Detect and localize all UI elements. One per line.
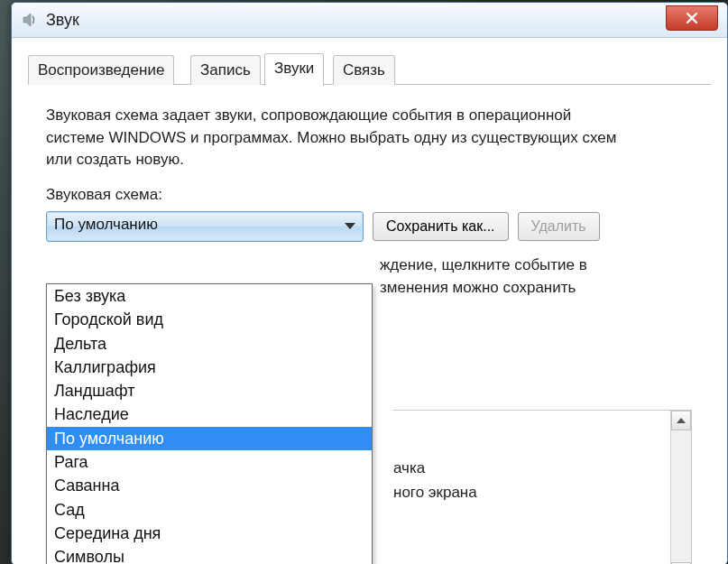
dropdown-item[interactable]: Без звука (47, 284, 372, 308)
close-button[interactable] (666, 5, 718, 31)
window-title: Звук (46, 11, 79, 30)
tab-playback[interactable]: Воспроизведение (28, 55, 174, 85)
description-text: Звуковая схема задает звуки, сопровождаю… (46, 105, 623, 171)
dropdown-item[interactable]: Рага (47, 450, 372, 474)
chevron-down-icon (345, 223, 355, 229)
list-item[interactable]: ачка (393, 456, 477, 480)
tab-sounds[interactable]: Звуки (264, 53, 324, 86)
dropdown-item[interactable]: Сад (47, 498, 372, 522)
events-listbox[interactable]: ачка ного экрана (393, 410, 692, 564)
events-listbox-items: ачка ного экрана (393, 456, 477, 504)
dropdown-item[interactable]: По умолчанию (47, 427, 372, 450)
scheme-label: Звуковая схема: (46, 186, 693, 204)
scrollbar[interactable] (670, 411, 691, 564)
dropdown-item[interactable]: Дельта (47, 332, 372, 356)
scheme-combobox[interactable]: По умолчанию (46, 211, 364, 242)
dropdown-item[interactable]: Ландшафт (47, 379, 372, 402)
scheme-combobox-value: По умолчанию (54, 216, 158, 234)
close-icon (686, 12, 698, 24)
delete-button: Удалить (518, 212, 600, 241)
client-area: Воспроизведение Запись Звуки Связь Звуко… (28, 51, 711, 564)
list-item[interactable]: ного экрана (393, 480, 477, 504)
speaker-icon (21, 11, 39, 29)
scroll-up-button[interactable] (671, 411, 691, 430)
sound-window: Звук Воспроизведение Запись Звуки Связь … (11, 2, 728, 564)
dropdown-item[interactable]: Саванна (47, 474, 372, 497)
titlebar: Звук (12, 3, 727, 38)
dropdown-item[interactable]: Каллиграфия (47, 356, 372, 379)
tab-communications[interactable]: Связь (333, 55, 395, 85)
dropdown-item[interactable]: Наследие (47, 402, 372, 426)
hint-fragment-1: ждение, щелкните событие в (46, 254, 696, 277)
dropdown-item[interactable]: Символы (47, 545, 372, 564)
scheme-row: По умолчанию Сохранить как... Удалить (46, 211, 693, 242)
tab-strip: Воспроизведение Запись Звуки Связь (28, 51, 711, 85)
save-as-button[interactable]: Сохранить как... (373, 212, 509, 241)
dropdown-item[interactable]: Городской вид (47, 308, 372, 331)
dropdown-item[interactable]: Середина дня (47, 522, 372, 545)
scheme-dropdown-list[interactable]: Без звукаГородской видДельтаКаллиграфияЛ… (46, 283, 373, 564)
tab-recording[interactable]: Запись (190, 55, 261, 85)
tab-body-sounds: Звуковая схема задает звуки, сопровождаю… (28, 85, 711, 564)
